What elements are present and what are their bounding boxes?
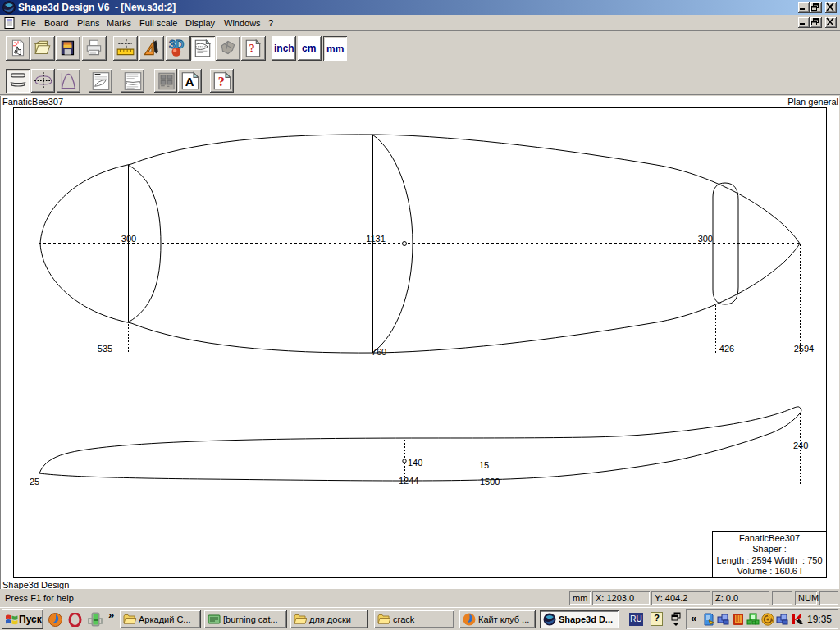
svg-text:Length : 2594 Width : 750: Length : 2594 Width : 750 <box>716 555 822 565</box>
svg-text:760: 760 <box>372 347 386 357</box>
svg-text:?: ? <box>218 75 225 89</box>
svg-text:25: 25 <box>30 477 39 486</box>
svg-text:300: 300 <box>121 234 136 244</box>
svg-text:Shaper :: Shaper : <box>752 544 787 554</box>
svg-text:426: 426 <box>719 344 734 354</box>
svg-text:1244: 1244 <box>399 476 418 486</box>
svg-text:Volume : 160.6 l: Volume : 160.6 l <box>737 566 802 576</box>
svg-text:A: A <box>185 75 194 89</box>
svg-text:535: 535 <box>98 344 112 354</box>
svg-text:FanaticBee307: FanaticBee307 <box>739 533 800 543</box>
svg-text:2594: 2594 <box>794 344 814 354</box>
svg-text:1500: 1500 <box>480 477 500 486</box>
svg-text:15: 15 <box>479 460 489 470</box>
svg-text:1131: 1131 <box>366 234 386 244</box>
svg-text:140: 140 <box>408 458 422 468</box>
svg-text:?: ? <box>249 42 255 55</box>
svg-text:240: 240 <box>793 441 808 450</box>
svg-text:-300: -300 <box>695 234 713 244</box>
